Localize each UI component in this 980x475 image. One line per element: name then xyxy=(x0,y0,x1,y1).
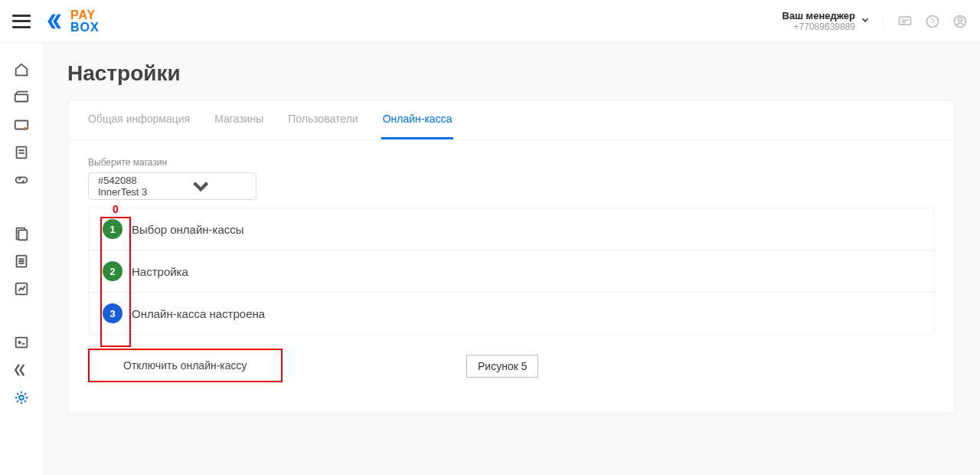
main-content: Настройки Общая информация Магазины Поль… xyxy=(43,43,980,475)
steps-list: 1 Выбор онлайн-кассы 2 Настройка 3 Онлай… xyxy=(88,208,935,335)
docs-icon[interactable] xyxy=(13,225,30,242)
svg-rect-5 xyxy=(15,94,28,101)
settings-card: Общая информация Магазины Пользователи О… xyxy=(67,100,956,414)
reports-icon[interactable] xyxy=(13,144,30,161)
tab-panel: Выберите магазин #542088 InnerTest 3 0 1… xyxy=(68,140,955,413)
chat-icon[interactable] xyxy=(897,14,913,29)
logo-box: BOX xyxy=(70,21,100,34)
logo-pay: PAY xyxy=(70,9,100,21)
chevron-down-icon[interactable] xyxy=(860,15,871,28)
page-title: Настройки xyxy=(67,61,956,86)
shop-select-label: Выберите магазин xyxy=(88,157,935,168)
step-number: 2 xyxy=(103,261,122,281)
tab-shops[interactable]: Магазины xyxy=(213,100,265,139)
transactions-icon[interactable] xyxy=(13,89,30,106)
svg-point-4 xyxy=(959,18,962,21)
terminal-icon[interactable] xyxy=(13,334,30,351)
manager-label: Ваш менеджер xyxy=(782,10,855,21)
shop-select-value: #542088 InnerTest 3 xyxy=(98,175,155,198)
svg-point-13 xyxy=(19,395,24,400)
settings-icon[interactable] xyxy=(13,389,30,406)
step-row-2[interactable]: 2 Настройка xyxy=(89,251,934,293)
api-icon[interactable] xyxy=(13,362,30,378)
step-row-3[interactable]: 3 Онлайн-касса настроена xyxy=(89,293,934,334)
svg-rect-9 xyxy=(18,230,27,240)
step-number: 3 xyxy=(103,303,122,323)
tab-general[interactable]: Общая информация xyxy=(87,100,191,139)
logo[interactable]: PAY BOX xyxy=(46,9,100,34)
step-label: Выбор онлайн-кассы xyxy=(132,223,244,236)
shop-select[interactable]: #542088 InnerTest 3 xyxy=(88,172,256,200)
home-icon[interactable] xyxy=(13,61,30,78)
analytics-icon[interactable] xyxy=(13,280,30,297)
manager-phone: +77089639889 xyxy=(782,21,855,32)
tab-users[interactable]: Пользователи xyxy=(286,100,359,139)
sidebar xyxy=(0,43,43,475)
link-icon[interactable] xyxy=(13,172,30,188)
tab-online-kassa[interactable]: Онлайн-касса xyxy=(381,100,454,139)
list-icon[interactable] xyxy=(13,253,30,270)
menu-toggle[interactable] xyxy=(12,15,31,28)
help-icon[interactable]: ? xyxy=(925,14,940,29)
step-number: 1 xyxy=(103,219,122,239)
step-label: Настройка xyxy=(132,265,188,278)
step-label: Онлайн-касса настроена xyxy=(132,307,265,320)
manager-info[interactable]: Ваш менеджер +77089639889 xyxy=(782,10,855,32)
chevron-down-icon xyxy=(155,173,247,199)
user-icon[interactable] xyxy=(952,14,968,29)
svg-rect-0 xyxy=(900,17,911,25)
figure-label: Рисунок 5 xyxy=(466,355,538,378)
disable-kassa-button[interactable]: Отключить онлайн-кассу xyxy=(88,349,283,382)
step-row-1[interactable]: 1 Выбор онлайн-кассы xyxy=(89,208,934,251)
payout-icon[interactable] xyxy=(13,116,30,133)
annotation-zero: 0 xyxy=(113,203,119,215)
svg-text:?: ? xyxy=(930,17,935,26)
header: PAY BOX Ваш менеджер +77089639889 ? xyxy=(0,0,980,43)
tab-bar: Общая информация Магазины Пользователи О… xyxy=(68,100,955,140)
